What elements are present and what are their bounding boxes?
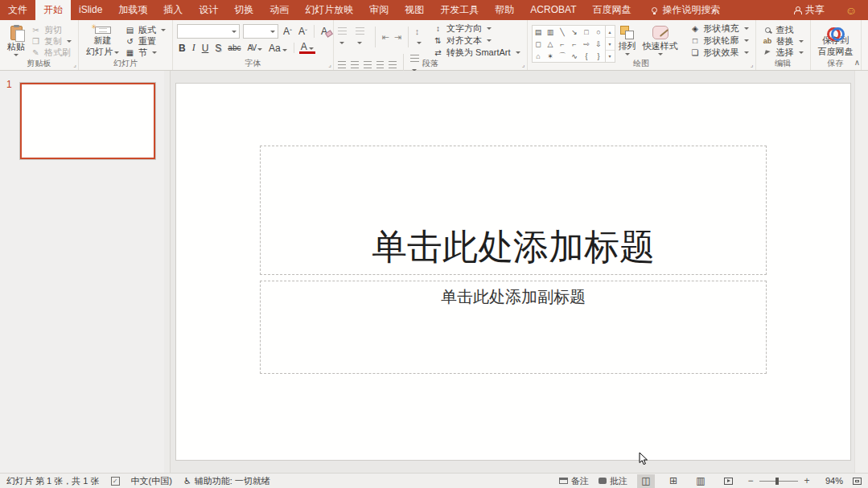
ribbon-group-drawing: ▤▥╲↘□○◻△⌐⌐⇨⇩⌂✶⌒∿{} ▴ ▾ ▾ 排列 快速样式 ◈ 形状填充	[528, 20, 756, 70]
reset-button[interactable]: ↺ 重置	[122, 35, 168, 47]
shape-tool[interactable]: ◻	[533, 38, 545, 50]
zoom-out-button[interactable]: −	[747, 475, 755, 486]
font-size-select[interactable]	[243, 24, 278, 39]
ribbon-tab[interactable]: 切换	[226, 0, 261, 20]
bold-button[interactable]: B	[177, 43, 187, 54]
save-to-baidu-button[interactable]: 保存到 百度网盘	[815, 23, 857, 58]
share-button[interactable]: 共享	[784, 0, 834, 20]
increase-indent-button[interactable]: ⇥	[394, 32, 401, 43]
zoom-slider-thumb[interactable]	[775, 478, 779, 485]
shape-tool[interactable]: ⇩	[593, 38, 605, 50]
reading-view-button[interactable]: ▥	[692, 474, 710, 488]
change-case-button[interactable]: Aa	[267, 43, 289, 54]
slide-thumbnail[interactable]	[20, 83, 155, 159]
baidu-netdisk-icon	[826, 26, 845, 34]
text-direction-button[interactable]: ↕ 文字方向	[430, 23, 522, 35]
underline-button[interactable]: U	[200, 43, 211, 54]
shape-tool[interactable]: ╲	[557, 26, 569, 38]
decrease-font-size-button[interactable]: A	[297, 26, 309, 37]
ribbon-tab[interactable]: 加载项	[110, 0, 155, 20]
zoom-slider[interactable]	[759, 481, 798, 482]
ribbon-tab[interactable]: 设计	[191, 0, 226, 20]
ribbon-tab[interactable]: iSlide	[71, 0, 110, 20]
font-dialog-launcher[interactable]: ⌟	[328, 62, 331, 68]
title-placeholder[interactable]: 单击此处添加标题	[260, 146, 767, 275]
normal-view-button[interactable]: ◫	[637, 474, 655, 488]
strikethrough-button[interactable]: abc	[226, 43, 242, 52]
slide-sorter-view-button[interactable]: ⊞	[664, 474, 682, 488]
shapes-scroll-up-button[interactable]: ▴	[606, 26, 615, 37]
clear-formatting-button[interactable]: A	[319, 26, 329, 37]
reuse-slides-button[interactable]: 重用 幻灯片	[866, 23, 868, 58]
shape-tool[interactable]: ○	[593, 26, 605, 38]
numbering-button[interactable]	[356, 26, 368, 48]
align-text-button[interactable]: ⇅ 对齐文本	[430, 35, 522, 47]
new-slide-button[interactable]: 新建 幻灯片	[83, 23, 122, 58]
copy-button[interactable]: ❐ 复制	[28, 35, 74, 47]
shape-tool[interactable]: ⌐	[557, 38, 569, 50]
main-area: 1 单击此处添加标题 单击此处添加副标题	[0, 71, 868, 473]
arrange-button[interactable]: 排列	[615, 23, 640, 58]
find-button[interactable]: 查找	[760, 24, 806, 35]
fit-slide-to-window-button[interactable]	[853, 478, 862, 485]
zoom-percentage[interactable]: 94%	[821, 476, 843, 486]
character-spacing-button[interactable]: AV	[245, 43, 264, 52]
shape-tool[interactable]: □	[581, 26, 593, 38]
shape-tool[interactable]: ▥	[545, 26, 557, 38]
shapes-scroll-down-button[interactable]: ▾	[606, 37, 615, 49]
shape-effects-button[interactable]: ❏ 形状效果	[688, 47, 751, 59]
replace-button[interactable]: ab 替换	[760, 35, 806, 47]
shape-tool[interactable]: ▤	[533, 26, 545, 38]
font-color-button[interactable]: A	[299, 43, 315, 54]
section-button[interactable]: ▦ 节	[122, 47, 168, 58]
convert-to-smartart-button[interactable]: ⇄ 转换为 SmartArt	[430, 47, 522, 59]
italic-button[interactable]: I	[191, 42, 197, 54]
ribbon-tab[interactable]: 动画	[261, 0, 297, 20]
spell-check-status[interactable]: ✓	[111, 477, 120, 486]
tell-me-search[interactable]: 操作说明搜索	[644, 0, 728, 20]
ribbon-tab[interactable]: 开发工具	[432, 0, 487, 20]
line-spacing-button[interactable]: ↕	[415, 26, 424, 48]
select-button[interactable]: 选择	[760, 47, 806, 58]
comments-button[interactable]: 批注	[599, 475, 627, 487]
paste-button[interactable]: 粘贴	[4, 23, 28, 58]
font-name-select[interactable]	[177, 24, 240, 39]
decrease-indent-button[interactable]: ⇤	[382, 32, 389, 43]
accessibility-status[interactable]: ♿ 辅助功能: 一切就绪	[183, 475, 270, 487]
shape-tool[interactable]: △	[545, 38, 557, 50]
thumbnail-panel-scrollbar[interactable]	[164, 71, 170, 473]
slideshow-view-button[interactable]	[719, 474, 737, 488]
drawing-dialog-launcher[interactable]: ⌟	[751, 62, 754, 68]
clipboard-dialog-launcher[interactable]: ⌟	[73, 62, 76, 68]
ribbon-tab[interactable]: 审阅	[361, 0, 397, 20]
shape-outline-button[interactable]: □ 形状轮廓	[688, 35, 751, 47]
vertical-scrollbar[interactable]	[854, 71, 868, 473]
layout-button[interactable]: ▤ 版式	[122, 24, 168, 35]
bullets-button[interactable]	[338, 26, 351, 48]
collapse-ribbon-button[interactable]: ∧	[854, 58, 860, 67]
ribbon-tab[interactable]: 帮助	[487, 0, 522, 20]
language-status[interactable]: 中文(中国)	[131, 475, 172, 487]
shape-tool[interactable]: ↘	[569, 26, 581, 38]
format-painter-button[interactable]: ✎ 格式刷	[28, 47, 74, 58]
shape-fill-button[interactable]: ◈ 形状填充	[688, 23, 751, 35]
shape-tool[interactable]: ⇨	[581, 38, 593, 50]
text-shadow-button[interactable]: S	[213, 43, 223, 54]
shape-tool[interactable]: ⌐	[569, 38, 581, 50]
ribbon-tab[interactable]: 百度网盘	[584, 0, 639, 20]
paragraph-dialog-launcher[interactable]: ⌟	[522, 62, 525, 68]
cut-button[interactable]: ✂ 剪切	[28, 24, 74, 35]
slide-canvas[interactable]: 单击此处添加标题 单击此处添加副标题	[175, 83, 851, 461]
zoom-in-button[interactable]: +	[803, 475, 811, 486]
notes-button[interactable]: 备注	[559, 475, 589, 487]
ribbon-tab[interactable]: 幻灯片放映	[297, 0, 361, 20]
ribbon-tab[interactable]: 插入	[155, 0, 191, 20]
ribbon-tab[interactable]: 视图	[397, 0, 432, 20]
quick-styles-button[interactable]: 快速样式	[640, 23, 681, 58]
subtitle-placeholder[interactable]: 单击此处添加副标题	[260, 281, 767, 374]
feedback-smiley-button[interactable]: ☺	[834, 0, 868, 20]
ribbon-tab[interactable]: ACROBAT	[522, 0, 584, 20]
ribbon-tab[interactable]: 开始	[35, 0, 71, 20]
ribbon-tab[interactable]: 文件	[0, 0, 35, 20]
increase-font-size-button[interactable]: A	[282, 26, 294, 37]
